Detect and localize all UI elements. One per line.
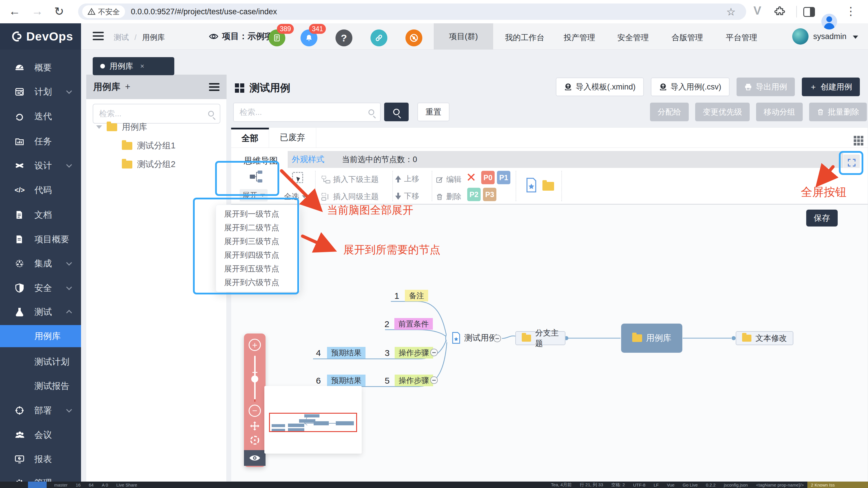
side-panel-icon[interactable] (803, 7, 815, 17)
expand-dropdown-button[interactable]: 展开 (240, 189, 268, 202)
mindmap-view-label[interactable]: 思维导图 (244, 155, 278, 167)
username[interactable]: sysadmin (813, 32, 846, 41)
user-caret-icon[interactable] (853, 36, 858, 39)
menu-item-expand-level-5[interactable]: 展开到五级节点 (216, 262, 300, 276)
mindmap-node-text-edit[interactable]: 文本修改 (736, 331, 794, 345)
search-button[interactable] (384, 102, 409, 121)
browser-reload-icon[interactable]: ↻ (54, 5, 64, 18)
live-share[interactable]: Live Share (116, 483, 137, 487)
move-down-button[interactable]: 下移 (395, 191, 419, 201)
extensions-puzzle-icon[interactable] (774, 6, 785, 18)
known-issues-segment[interactable]: 2 Known Iss (807, 482, 868, 488)
indentation[interactable]: 空格: 2 (611, 482, 625, 488)
bookmark-star-icon[interactable]: ☆ (726, 6, 736, 18)
tree-node-group2[interactable]: 测试分组2 (122, 159, 176, 170)
tree-search-input[interactable] (99, 109, 208, 118)
vue-devtools-icon[interactable]: V (753, 4, 761, 17)
clear-priority-icon[interactable]: ✕ (466, 172, 476, 184)
marquee-select-icon[interactable] (292, 172, 303, 183)
mindmap-canvas[interactable]: 1 备注 2 前置条件 4 预期结果 3 操作步骤 6 预期结果 5 操作步骤 … (231, 204, 868, 481)
tab-all[interactable]: 全部 (231, 128, 269, 148)
breadcrumb-section[interactable]: 测试 (114, 33, 129, 42)
url-bar[interactable]: 不安全 0.0.0.0:9527/#/project/test/use-case… (78, 3, 746, 20)
remote-indicator[interactable] (28, 482, 46, 488)
edit-button[interactable]: 编辑 (436, 174, 461, 185)
zoom-out-icon[interactable]: − (249, 405, 261, 417)
mindmap-node-precondition[interactable]: 前置条件 (394, 318, 433, 330)
minimap-popup[interactable] (265, 386, 362, 454)
sidebar-item-iteration[interactable]: 迭代 (0, 104, 81, 128)
select-all-button[interactable]: 全选 (284, 191, 307, 202)
menu-item-expand-level-3[interactable]: 展开到三级节点 (216, 235, 300, 248)
status-errors[interactable]: 16 (76, 483, 81, 487)
tree-node-root[interactable]: 用例库 (96, 121, 147, 133)
mindmap-node-step[interactable]: 操作步骤 (395, 375, 433, 386)
sidebar-item-test[interactable]: 测试 (0, 300, 81, 324)
insert-sibling-button[interactable]: 插入同级主题 (321, 191, 379, 202)
import-xmind-button[interactable]: 导入模板(.xmind) (556, 78, 644, 96)
cursor-position[interactable]: 行 21, 列 33 (580, 482, 603, 488)
priority-p0-button[interactable]: P0 (481, 171, 495, 184)
mindmap-node-library[interactable]: 用例库 (621, 324, 682, 353)
create-use-case-button[interactable]: ＋ 创建用例 (802, 78, 860, 96)
mindmap-node-step[interactable]: 操作步骤 (395, 347, 433, 359)
move-group-button[interactable]: 移动分组 (756, 102, 803, 121)
move-up-button[interactable]: 上移 (395, 174, 419, 184)
open-tab-use-case-library[interactable]: 用例库 × (93, 57, 174, 75)
git-branch[interactable]: master (54, 483, 68, 487)
assign-button[interactable]: 分配给 (650, 102, 689, 121)
group-folder-icon[interactable] (542, 182, 554, 191)
change-priority-button[interactable]: 变更优先级 (695, 102, 750, 121)
collapse-sidebar-icon[interactable] (93, 32, 104, 42)
zoom-slider-thumb[interactable] (251, 375, 258, 383)
zoom-in-icon[interactable]: ＋ (249, 339, 261, 351)
delete-button[interactable]: 删除 (436, 191, 461, 202)
menu-item-expand-level-2[interactable]: 展开到二级节点 (216, 221, 300, 235)
browser-profile-avatar[interactable] (822, 14, 837, 29)
collapse-handle-icon[interactable] (430, 349, 438, 356)
url-text[interactable]: 0.0.0.0:9527/#/project/test/use-case/ind… (131, 7, 277, 16)
batch-delete-button[interactable]: 批量删除 (809, 102, 867, 121)
case-search-input[interactable] (240, 108, 368, 117)
tab-discarded[interactable]: 已废弃 (269, 128, 316, 148)
go-live[interactable]: Go Live (683, 483, 698, 487)
case-search-field[interactable] (233, 102, 381, 122)
status-alerts[interactable]: A 0 (102, 483, 108, 487)
mindmap-node-test-case[interactable]: 测试用例 (452, 332, 497, 344)
snippet-hint[interactable]: <tagName prop-name}/> (756, 483, 804, 487)
collapse-handle-icon[interactable] (493, 335, 501, 342)
priority-p3-button[interactable]: P3 (483, 188, 496, 201)
tree-node-group1[interactable]: 测试分组1 (122, 140, 176, 152)
mindmap-node-note[interactable]: 备注 (405, 290, 428, 301)
mindmap-node-branch[interactable]: 分支主题 (515, 331, 565, 345)
reset-button[interactable]: 重置 (417, 102, 450, 121)
minimap-toggle[interactable] (244, 450, 266, 466)
tab-close-icon[interactable]: × (140, 62, 144, 70)
sidebar-item-design[interactable]: 设计 (0, 153, 81, 178)
link-icon[interactable] (370, 29, 388, 47)
status-warnings[interactable]: 64 (89, 483, 94, 487)
mindmap-node-expected-result[interactable]: 预期结果 (327, 375, 366, 386)
menu-item-expand-level-4[interactable]: 展开到四级节点 (216, 248, 300, 262)
style-tab-label[interactable]: 外观样式 (292, 154, 324, 165)
browser-back-icon[interactable]: ← (9, 5, 21, 18)
nav-item-release[interactable]: 投产管理 (564, 32, 595, 43)
minimap-viewport[interactable] (269, 413, 357, 432)
sidebar-item-test-report[interactable]: 测试报告 (0, 374, 81, 398)
nav-item-workbench[interactable]: 我的工作台 (505, 32, 545, 43)
save-button[interactable]: 保存 (806, 210, 838, 226)
zoom-slider[interactable] (254, 356, 256, 399)
export-button[interactable]: 导出用例 (737, 78, 795, 96)
sidebar-item-reports[interactable]: 报表 (0, 447, 81, 471)
mindmap-structure-icon[interactable] (249, 170, 263, 183)
sidebar-item-tasks[interactable]: 任务 (0, 129, 81, 154)
sidebar-item-code[interactable]: </> 代码 (0, 178, 81, 202)
sidebar-item-project-overview[interactable]: 项目概要 (0, 227, 81, 251)
mindmap-node-expected-result[interactable]: 预期结果 (327, 347, 366, 359)
sidebar-item-meetings[interactable]: 会议 (0, 423, 81, 447)
pan-move-icon[interactable] (249, 420, 261, 433)
encoding[interactable]: UTF-8 (633, 483, 646, 487)
view-grid-icon[interactable] (854, 136, 863, 146)
sidebar-item-use-case-library[interactable]: 用例库 (0, 325, 81, 347)
add-group-button[interactable]: + (125, 82, 130, 92)
